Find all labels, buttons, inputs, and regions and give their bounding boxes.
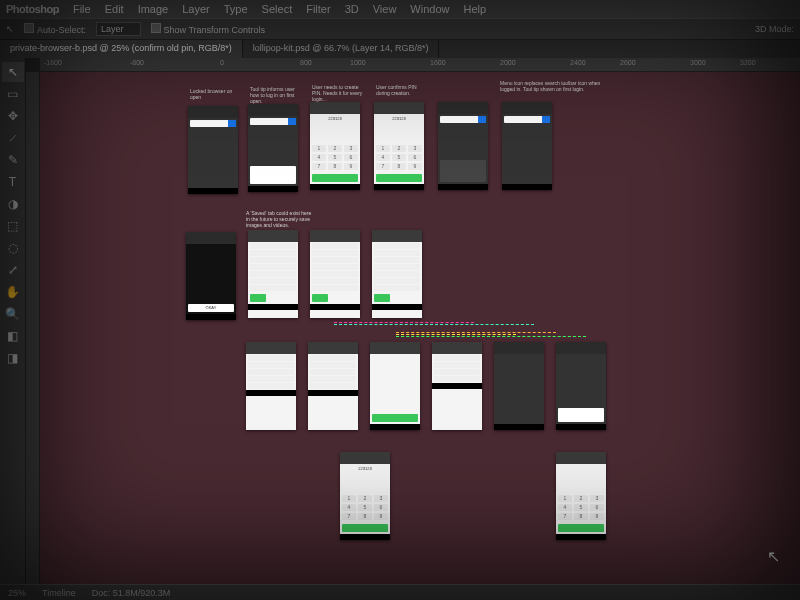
ruler-mark: 2400: [570, 59, 586, 66]
connector-teal: [334, 324, 534, 325]
artboard-enter-pin[interactable]: 223123 123456789: [340, 452, 390, 540]
toolbox: ↖ ▭ ✥ ⟋ ✎ T ◑ ⬚ ◌ ⤢ ✋ 🔍 ◧ ◨: [0, 58, 26, 584]
move-tool[interactable]: ↖: [2, 62, 24, 82]
zoom-level[interactable]: 25%: [8, 588, 26, 598]
artboard-list-3[interactable]: [372, 230, 422, 318]
artboard-list-1[interactable]: [248, 230, 298, 318]
ruler-mark: 3200: [740, 59, 756, 66]
caption-menu-icon: Menu icon replaces search toolbar icon w…: [500, 80, 610, 92]
menu-image[interactable]: Image: [138, 3, 169, 15]
ruler-mark: 1000: [350, 59, 366, 66]
artboard-r3-4[interactable]: [432, 342, 482, 430]
bg-color-swatch[interactable]: ◨: [2, 348, 24, 368]
auto-select-dropdown[interactable]: Layer: [96, 22, 141, 36]
artboard-empty-dark[interactable]: OKAY: [186, 232, 236, 320]
tab-lollipop-kit[interactable]: lollipop-kit.psd @ 66.7% (Layer 14, RGB/…: [243, 40, 440, 58]
artboard-confirm-pin[interactable]: 223123 123456789: [374, 102, 424, 190]
lasso-tool[interactable]: ✥: [2, 106, 24, 126]
pin-display: 223123: [310, 114, 360, 143]
caption-locked: Locked browser on open: [190, 88, 244, 100]
canvas[interactable]: Locked browser on open Tool tip informs …: [40, 72, 800, 584]
ruler-mark: -800: [130, 59, 144, 66]
shape-tool[interactable]: ⬚: [2, 216, 24, 236]
pin-display-enter: 223123: [340, 464, 390, 493]
ruler-vertical: [26, 72, 40, 584]
timeline-label[interactable]: Timeline: [42, 588, 76, 598]
menu-edit[interactable]: Edit: [105, 3, 124, 15]
menu-filter[interactable]: Filter: [306, 3, 330, 15]
auto-select-checkbox[interactable]: [24, 23, 34, 33]
canvas-wrap: -1600 -800 0 800 1000 1600 2000 2400 260…: [26, 58, 800, 584]
transform-checkbox[interactable]: [151, 23, 161, 33]
fg-color-swatch[interactable]: ◧: [2, 326, 24, 346]
type-tool[interactable]: T: [2, 172, 24, 192]
artboard-menu-open[interactable]: [502, 102, 552, 190]
menu-type[interactable]: Type: [224, 3, 248, 15]
caption-tooltip: Tool tip informs user how to log in on f…: [250, 86, 304, 104]
connector-pink: [334, 322, 474, 323]
marquee-tool[interactable]: ▭: [2, 84, 24, 104]
menu-help[interactable]: Help: [463, 3, 486, 15]
menu-3d[interactable]: 3D: [345, 3, 359, 15]
connector-green: [396, 336, 586, 337]
menubar: Photoshop File Edit Image Layer Type Sel…: [0, 0, 800, 18]
ruler-mark: 800: [300, 59, 312, 66]
auto-select-label: Auto-Select:: [37, 25, 86, 35]
artboard-r3-5[interactable]: [494, 342, 544, 430]
ruler-mark: 0: [220, 59, 224, 66]
ruler-mark: 3000: [690, 59, 706, 66]
artboard-r3-3[interactable]: [370, 342, 420, 430]
ruler-mark: 2000: [500, 59, 516, 66]
artboard-tooltip[interactable]: [248, 104, 298, 192]
workspace: ↖ ▭ ✥ ⟋ ✎ T ◑ ⬚ ◌ ⤢ ✋ 🔍 ◧ ◨ -1600 -800 0…: [0, 58, 800, 584]
transform-label: Show Transform Controls: [164, 25, 266, 35]
hand-tool[interactable]: ✋: [2, 282, 24, 302]
dodge-tool[interactable]: ◑: [2, 194, 24, 214]
ruler-mark: -1600: [44, 59, 62, 66]
artboard-list-2[interactable]: [310, 230, 360, 318]
artboard-search[interactable]: [438, 102, 488, 190]
connector-orange: [396, 332, 556, 333]
caption-create-pin: User needs to create PIN. Needs it for e…: [312, 84, 366, 102]
zoom-tool[interactable]: 🔍: [2, 304, 24, 324]
ruler-mark: 2600: [620, 59, 636, 66]
ellipse-tool[interactable]: ◌: [2, 238, 24, 258]
move-tool-icon: ↖: [6, 24, 14, 34]
crop-tool[interactable]: ⟋: [2, 128, 24, 148]
caption-saved-tab: A 'Saved' tab could exist here in the fu…: [246, 210, 314, 228]
menu-window[interactable]: Window: [410, 3, 449, 15]
path-tool[interactable]: ⤢: [2, 260, 24, 280]
ruler-horizontal: -1600 -800 0 800 1000 1600 2000 2400 260…: [40, 58, 800, 72]
pin-display-confirm: 223123: [374, 114, 424, 143]
app-name: Photoshop: [6, 3, 59, 15]
tab-private-browser[interactable]: private-browser-b.psd @ 25% (confirm old…: [0, 40, 243, 58]
artboard-r3-1[interactable]: [246, 342, 296, 430]
connector-yellow: [396, 334, 516, 335]
artboard-r3-2[interactable]: [308, 342, 358, 430]
ruler-mark: 1600: [430, 59, 446, 66]
mode-label: 3D Mode:: [755, 24, 794, 34]
doc-size: Doc: 51.8M/920.3M: [92, 588, 171, 598]
menu-file[interactable]: File: [73, 3, 91, 15]
caption-confirm-pin: User confirms PIN during creation.: [376, 84, 430, 96]
artboard-locked[interactable]: [188, 106, 238, 194]
artboard-confirm-pin-2[interactable]: 123456789: [556, 452, 606, 540]
document-tabs: private-browser-b.psd @ 25% (confirm old…: [0, 40, 800, 58]
artboard-r3-6[interactable]: [556, 342, 606, 430]
menu-select[interactable]: Select: [262, 3, 293, 15]
menu-layer[interactable]: Layer: [182, 3, 210, 15]
options-bar: ↖ Auto-Select: Layer Show Transform Cont…: [0, 18, 800, 40]
artboard-create-pin[interactable]: 223123 123456789: [310, 102, 360, 190]
menu-view[interactable]: View: [373, 3, 397, 15]
brush-tool[interactable]: ✎: [2, 150, 24, 170]
status-bar: 25% Timeline Doc: 51.8M/920.3M: [0, 584, 800, 600]
